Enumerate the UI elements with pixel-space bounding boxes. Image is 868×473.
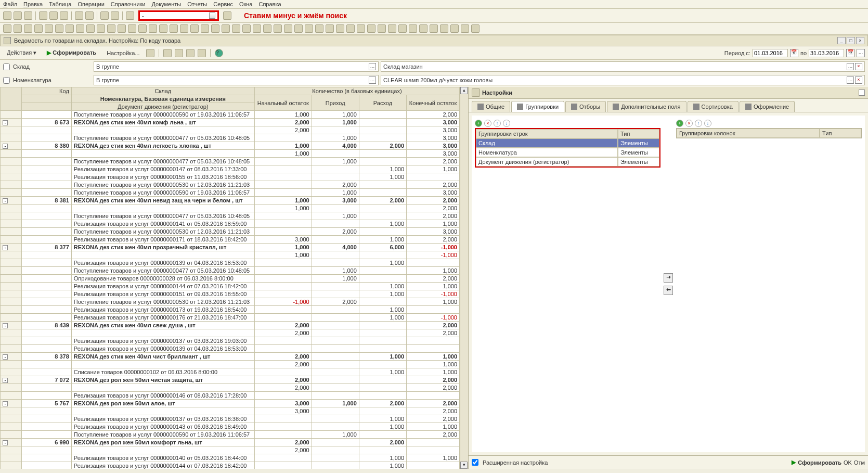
- ok-button[interactable]: OK: [844, 459, 852, 466]
- table-row[interactable]: 1,0002,000: [1, 204, 460, 212]
- tb2-icon-33[interactable]: [346, 24, 355, 33]
- ext-checkbox[interactable]: [472, 459, 478, 466]
- tb2-icon-6[interactable]: [66, 24, 74, 33]
- close-button[interactable]: ×: [856, 37, 864, 44]
- tb2-icon-2[interactable]: [24, 24, 32, 33]
- table-row[interactable]: Поступление товаров и услуг 00000000530 …: [1, 298, 460, 306]
- tree-toggle-icon[interactable]: -: [3, 198, 8, 203]
- table-row[interactable]: Поступление товаров и услуг 00000000590 …: [1, 111, 460, 119]
- maximize-button[interactable]: □: [847, 37, 855, 44]
- ab-icon-5[interactable]: [198, 49, 206, 57]
- tb2-icon-27[interactable]: [284, 24, 292, 33]
- up-icon[interactable]: ↑: [695, 120, 702, 127]
- table-row[interactable]: Поступление товаров и услуг 00000000477 …: [1, 158, 460, 165]
- table-row[interactable]: Реализация товаров и услуг 00000000144 о…: [1, 462, 460, 469]
- tb2-icon-28[interactable]: [294, 24, 303, 33]
- dropdown-icon[interactable]: …: [847, 63, 854, 70]
- calendar-to-icon[interactable]: 📅: [846, 49, 854, 57]
- clear-icon[interactable]: ×: [855, 63, 862, 70]
- tb2-icon-12[interactable]: [128, 24, 136, 33]
- clear-icon[interactable]: ×: [855, 76, 862, 84]
- tb2-icon-0[interactable]: [3, 24, 11, 33]
- down-icon[interactable]: ↓: [704, 120, 711, 127]
- minimize-button[interactable]: _: [837, 37, 846, 44]
- tb2-icon-26[interactable]: [274, 24, 282, 33]
- cancel-button[interactable]: Отм: [854, 459, 865, 466]
- ab-icon-4[interactable]: [186, 49, 195, 57]
- nom-checkbox[interactable]: [3, 77, 10, 84]
- table-row[interactable]: 2,0002,000: [1, 384, 460, 392]
- tb2-icon-29[interactable]: [305, 24, 313, 33]
- tree-toggle-icon[interactable]: -: [3, 354, 8, 360]
- tab-addfields[interactable]: Дополнительные поля: [607, 101, 686, 112]
- form-button-2[interactable]: Сформировать: [798, 459, 841, 466]
- tb2-icon-39[interactable]: [409, 24, 417, 33]
- tree-toggle-icon[interactable]: -: [3, 378, 8, 383]
- tb2-icon-44[interactable]: [461, 24, 469, 33]
- table-row[interactable]: Поступление товаров и услуг 00000000477 …: [1, 212, 460, 220]
- table-row[interactable]: Поступление товаров и услуг 00000000590 …: [1, 189, 460, 197]
- tb-calc-icon[interactable]: [223, 11, 231, 20]
- report-pane[interactable]: Код Склад Количество (в базовых единицах…: [0, 87, 460, 469]
- grouping-row[interactable]: СкладЭлементы: [476, 138, 659, 148]
- tab-sort[interactable]: Сортировка: [688, 101, 739, 112]
- table-row[interactable]: Реализация товаров и услуг 00000000143 о…: [1, 423, 460, 431]
- table-row[interactable]: Реализация товаров и услуг 00000000139 о…: [1, 345, 460, 353]
- scroll-down-icon[interactable]: ▾: [460, 462, 468, 469]
- tb2-icon-16[interactable]: [170, 24, 178, 33]
- down-icon[interactable]: ↓: [503, 120, 510, 127]
- tb-redo-icon[interactable]: [111, 11, 119, 20]
- calendar-from-icon[interactable]: 📅: [790, 49, 798, 57]
- tb-copy-icon[interactable]: [49, 11, 58, 20]
- tb-open-icon[interactable]: [14, 11, 22, 20]
- table-row[interactable]: Реализация товаров и услуг 00000000155 о…: [1, 173, 460, 181]
- tb2-icon-17[interactable]: [180, 24, 188, 33]
- period-more-icon[interactable]: …: [857, 49, 865, 57]
- table-row[interactable]: -7 072REXONA дез рол жен 50мл чистая защ…: [1, 376, 460, 384]
- tb2-icon-22[interactable]: [232, 24, 240, 33]
- table-row[interactable]: Поступление товаров и услуг 00000000530 …: [1, 228, 460, 236]
- tb-paste-icon[interactable]: [60, 11, 68, 20]
- tb2-icon-21[interactable]: [222, 24, 230, 33]
- menu-docs[interactable]: Документы: [151, 1, 181, 7]
- tb2-icon-23[interactable]: [242, 24, 251, 33]
- table-row[interactable]: Реализация товаров и услуг 00000000173 о…: [1, 306, 460, 314]
- dropdown-icon[interactable]: …: [847, 76, 854, 84]
- tb2-icon-30[interactable]: [315, 24, 323, 33]
- tb2-icon-31[interactable]: [326, 24, 334, 33]
- table-row[interactable]: Реализация товаров и услуг 00000000151 о…: [1, 290, 460, 298]
- tb2-icon-5[interactable]: [55, 24, 63, 33]
- table-row[interactable]: -8 439REXONA дез стик жен 40мл свеж душа…: [1, 322, 460, 329]
- menu-ops[interactable]: Операции: [77, 1, 104, 7]
- tb-print-icon[interactable]: [75, 11, 83, 20]
- table-row[interactable]: 2,0002,000: [1, 329, 460, 337]
- scroll-up-icon[interactable]: ▴: [460, 87, 468, 94]
- tb-preview-icon[interactable]: [85, 11, 94, 20]
- sklad-value-input[interactable]: Склад магазин…×: [381, 61, 865, 72]
- form-button[interactable]: ▶ Сформировать: [43, 48, 100, 58]
- menu-windows[interactable]: Окна: [239, 1, 253, 7]
- menu-table[interactable]: Таблица: [49, 1, 71, 7]
- dropdown-icon[interactable]: …: [369, 63, 376, 70]
- table-row[interactable]: -8 381REXONA дез стик жен 40мл невид защ…: [1, 197, 460, 204]
- table-row[interactable]: Реализация товаров и услуг 00000000139 о…: [1, 259, 460, 267]
- delete-icon[interactable]: ×: [484, 120, 491, 127]
- ab-help-icon[interactable]: ?: [215, 49, 223, 57]
- table-row[interactable]: Реализация товаров и услуг 00000000137 о…: [1, 415, 460, 423]
- tb2-icon-1[interactable]: [14, 24, 22, 33]
- tb2-icon-45[interactable]: [471, 24, 480, 33]
- tb2-icon-42[interactable]: [440, 24, 448, 33]
- ab-icon-1[interactable]: [146, 49, 154, 57]
- table-row[interactable]: Реализация товаров и услуг 00000000141 о…: [1, 220, 460, 228]
- table-row[interactable]: Реализация товаров и услуг 00000000171 о…: [1, 236, 460, 244]
- move-right-icon[interactable]: ➜: [664, 273, 673, 283]
- settings-toggle-icon[interactable]: [859, 90, 865, 96]
- tb2-icon-7[interactable]: [76, 24, 84, 33]
- tb-find-icon[interactable]: [126, 11, 134, 20]
- table-row[interactable]: 2,000: [1, 446, 460, 454]
- menu-help[interactable]: Справка: [258, 1, 281, 7]
- tb2-icon-35[interactable]: [367, 24, 375, 33]
- tb2-icon-18[interactable]: [190, 24, 199, 33]
- tb-new-icon[interactable]: [3, 11, 11, 20]
- date-from-input[interactable]: [753, 49, 788, 57]
